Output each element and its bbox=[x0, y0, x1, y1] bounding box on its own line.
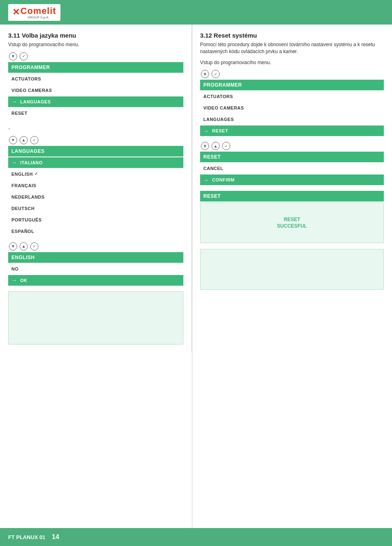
left-p3-row-english[interactable]: ENGLISH bbox=[8, 252, 183, 263]
down-icon-r2[interactable]: ▼ bbox=[201, 142, 209, 150]
left-panel3-nav: ▼ ▲ ✓ bbox=[9, 242, 183, 251]
left-column: 3.11 Volba jazyka menu Vstup do programo… bbox=[0, 25, 192, 352]
english-check-icon: ✓ bbox=[34, 171, 38, 177]
left-section-desc: Vstup do programovacího menu. bbox=[8, 41, 183, 48]
left-p1-row-programmer[interactable]: PROGRAMMER bbox=[8, 62, 183, 73]
logo-x-icon: ✕ bbox=[12, 7, 20, 18]
arrow-icon-3: → bbox=[11, 277, 17, 283]
left-p3-row-ok[interactable]: → OK bbox=[8, 275, 183, 286]
header: ✕ Comelit GROUP S.p.A. bbox=[0, 0, 392, 25]
left-p2-row-italiano[interactable]: → ITALIANO bbox=[8, 157, 183, 168]
left-p2-row-francais[interactable]: FRANÇAIS bbox=[8, 180, 183, 191]
right-p3-row-reset-header[interactable]: RESET bbox=[200, 191, 384, 201]
right-section-desc: Pomocí této procedury dojde k obnovení t… bbox=[200, 41, 384, 55]
right-section-desc2: Vstup do programovacího menu. bbox=[200, 59, 384, 66]
separator-dot: · bbox=[8, 124, 183, 133]
down-icon-3[interactable]: ▼ bbox=[9, 242, 17, 251]
arrow-icon: → bbox=[11, 98, 17, 105]
logo: ✕ Comelit GROUP S.p.A. bbox=[8, 4, 60, 21]
down-icon-r1[interactable]: ▼ bbox=[201, 70, 209, 78]
right-blank-area bbox=[200, 249, 384, 290]
left-panel-2: ▼ ▲ ✓ LANGUAGES → ITALIANO ENGLISH ✓ FRA… bbox=[8, 136, 183, 237]
left-p2-row-languages[interactable]: LANGUAGES bbox=[8, 146, 183, 157]
check-icon[interactable]: ✓ bbox=[20, 52, 28, 60]
logo-brand: Comelit bbox=[20, 6, 56, 16]
right-p1-row-programmer[interactable]: PROGRAMMER bbox=[200, 80, 384, 90]
left-p1-row-languages[interactable]: → LANGUAGES bbox=[8, 96, 183, 107]
right-p2-row-reset[interactable]: RESET bbox=[200, 152, 384, 162]
left-blank-area bbox=[8, 291, 183, 345]
right-panel1-nav: ▼ ✓ bbox=[201, 70, 384, 78]
right-p2-row-cancel[interactable]: CANCEL bbox=[200, 163, 384, 174]
left-p2-row-deutsch[interactable]: DEUTSCH bbox=[8, 203, 183, 214]
column-divider bbox=[192, 25, 192, 528]
footer-page: 14 bbox=[52, 533, 59, 541]
arrow-icon-r1: → bbox=[203, 128, 209, 134]
up-icon-2[interactable]: ▲ bbox=[20, 136, 28, 144]
arrow-icon-2: → bbox=[11, 159, 17, 166]
down-icon[interactable]: ▼ bbox=[9, 52, 17, 60]
left-p2-row-portugues[interactable]: PORTUGUÊS bbox=[8, 215, 183, 225]
main-content: 3.11 Volba jazyka menu Vstup do programo… bbox=[0, 25, 392, 352]
left-panel2-nav: ▼ ▲ ✓ bbox=[9, 136, 183, 144]
reset-success-box: RESET SUCCESFUL bbox=[200, 202, 384, 243]
footer-product: FT PLANUX 01 bbox=[8, 534, 45, 540]
right-panel-3: RESET RESET SUCCESFUL bbox=[200, 191, 384, 243]
reset-success-text: RESET SUCCESFUL bbox=[277, 216, 307, 230]
right-p1-row-languages[interactable]: LANGUAGES bbox=[200, 114, 384, 125]
left-section-title: 3.11 Volba jazyka menu bbox=[8, 32, 183, 39]
check-icon-3[interactable]: ✓ bbox=[30, 242, 38, 251]
up-icon-r2[interactable]: ▲ bbox=[212, 142, 220, 150]
right-column: 3.12 Reset systému Pomocí této procedury… bbox=[192, 25, 392, 352]
left-p1-row-actuators[interactable]: ACTUATORS bbox=[8, 74, 183, 84]
left-p3-row-no[interactable]: NO bbox=[8, 264, 183, 274]
right-p1-row-reset[interactable]: → RESET bbox=[200, 125, 384, 136]
left-p1-row-video[interactable]: VIDEO CAMERAS bbox=[8, 85, 183, 96]
left-p2-row-nederlands[interactable]: NEDERLANDS bbox=[8, 192, 183, 202]
up-icon-3[interactable]: ▲ bbox=[20, 242, 28, 251]
left-panel-3: ▼ ▲ ✓ ENGLISH NO → OK bbox=[8, 242, 183, 286]
check-icon-r2[interactable]: ✓ bbox=[222, 142, 230, 150]
left-panel-1: ▼ ✓ PROGRAMMER ACTUATORS VIDEO CAMERAS →… bbox=[8, 52, 183, 119]
down-icon-2[interactable]: ▼ bbox=[9, 136, 17, 144]
left-p2-row-english[interactable]: ENGLISH ✓ bbox=[8, 169, 183, 179]
left-panel1-nav: ▼ ✓ bbox=[9, 52, 183, 60]
right-p1-row-actuators[interactable]: ACTUATORS bbox=[200, 91, 384, 102]
right-panel-1: ▼ ✓ PROGRAMMER ACTUATORS VIDEO CAMERAS L… bbox=[200, 70, 384, 136]
check-icon-r1[interactable]: ✓ bbox=[212, 70, 220, 78]
right-p2-row-confirm[interactable]: → CONFIRM bbox=[200, 175, 384, 185]
left-p1-row-reset[interactable]: RESET bbox=[8, 108, 183, 119]
left-p2-row-espanol[interactable]: ESPAÑOL bbox=[8, 226, 183, 237]
right-p1-row-video[interactable]: VIDEO CAMERAS bbox=[200, 103, 384, 113]
arrow-icon-r2: → bbox=[203, 177, 209, 183]
right-section-title: 3.12 Reset systému bbox=[200, 32, 384, 39]
footer: FT PLANUX 01 14 bbox=[0, 528, 392, 546]
right-panel-2: ▼ ▲ ✓ RESET CANCEL → CONFIRM bbox=[200, 142, 384, 185]
check-icon-2[interactable]: ✓ bbox=[30, 136, 38, 144]
right-panel2-nav: ▼ ▲ ✓ bbox=[201, 142, 384, 150]
